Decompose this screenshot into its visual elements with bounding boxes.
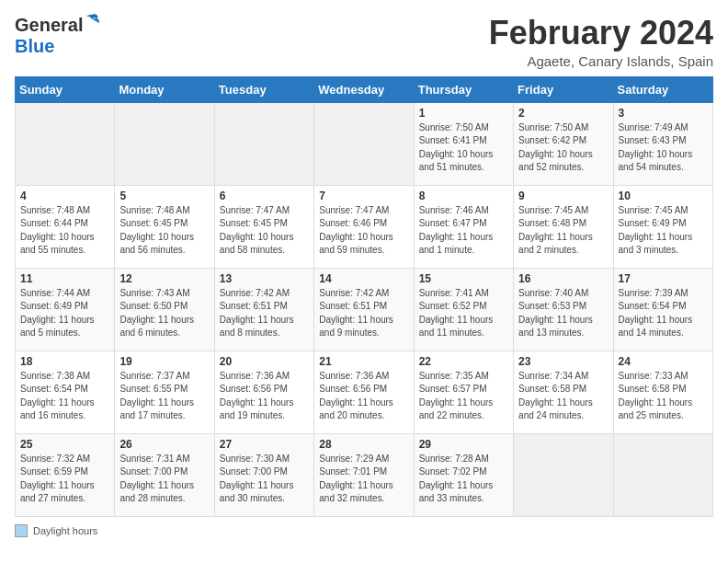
day-number: 18 [20, 355, 109, 368]
day-number: 25 [20, 438, 109, 451]
calendar-cell: 14Sunrise: 7:42 AMSunset: 6:51 PMDayligh… [314, 268, 414, 350]
daylight-label: Daylight hours [33, 525, 97, 536]
calendar-cell: 15Sunrise: 7:41 AMSunset: 6:52 PMDayligh… [414, 268, 513, 350]
calendar-table: SundayMondayTuesdayWednesdayThursdayFrid… [15, 76, 713, 517]
day-info: Sunrise: 7:32 AMSunset: 6:59 PMDaylight:… [20, 453, 109, 506]
day-number: 27 [220, 438, 309, 451]
daylight-swatch [15, 524, 28, 537]
day-number: 20 [220, 355, 309, 368]
day-info: Sunrise: 7:44 AMSunset: 6:49 PMDaylight:… [20, 287, 109, 340]
day-number: 4 [20, 190, 109, 202]
day-info: Sunrise: 7:31 AMSunset: 7:00 PMDaylight:… [119, 453, 209, 506]
calendar-cell: 26Sunrise: 7:31 AMSunset: 7:00 PMDayligh… [115, 433, 214, 516]
day-number: 29 [419, 438, 508, 451]
calendar-cell: 16Sunrise: 7:40 AMSunset: 6:53 PMDayligh… [514, 268, 613, 350]
day-info: Sunrise: 7:36 AMSunset: 6:56 PMDaylight:… [220, 370, 309, 423]
title-area: February 2024 Agaete, Canary Islands, Sp… [489, 15, 713, 69]
day-header-wednesday: Wednesday [314, 76, 414, 102]
day-info: Sunrise: 7:50 AMSunset: 6:41 PMDaylight:… [419, 121, 508, 175]
day-number: 16 [518, 272, 608, 285]
calendar-header-row: SundayMondayTuesdayWednesdayThursdayFrid… [16, 76, 713, 102]
calendar-cell: 13Sunrise: 7:42 AMSunset: 6:51 PMDayligh… [214, 268, 313, 350]
day-number: 13 [220, 272, 309, 285]
calendar-cell [115, 102, 214, 185]
day-number: 12 [119, 272, 209, 285]
day-info: Sunrise: 7:47 AMSunset: 6:45 PMDaylight:… [220, 204, 309, 258]
day-header-friday: Friday [514, 76, 613, 102]
day-number: 28 [319, 438, 408, 451]
logo-bird-icon [83, 13, 101, 31]
calendar-week-row: 18Sunrise: 7:38 AMSunset: 6:54 PMDayligh… [16, 350, 713, 433]
calendar-cell: 29Sunrise: 7:28 AMSunset: 7:02 PMDayligh… [414, 433, 513, 516]
logo: General Blue [15, 15, 101, 57]
day-header-tuesday: Tuesday [214, 76, 313, 102]
calendar-cell: 12Sunrise: 7:43 AMSunset: 6:50 PMDayligh… [115, 268, 214, 350]
day-number: 23 [518, 355, 608, 368]
day-number: 6 [220, 190, 309, 202]
calendar-cell: 24Sunrise: 7:33 AMSunset: 6:58 PMDayligh… [613, 350, 712, 433]
day-info: Sunrise: 7:45 AMSunset: 6:49 PMDaylight:… [619, 204, 708, 258]
month-title: February 2024 [489, 15, 713, 52]
calendar-cell: 6Sunrise: 7:47 AMSunset: 6:45 PMDaylight… [214, 185, 313, 268]
day-number: 11 [20, 272, 109, 285]
page-header: General Blue February 2024 Agaete, Canar… [15, 15, 713, 69]
day-number: 21 [319, 355, 408, 368]
day-number: 7 [319, 190, 408, 202]
day-info: Sunrise: 7:38 AMSunset: 6:54 PMDaylight:… [20, 370, 109, 423]
calendar-cell: 22Sunrise: 7:35 AMSunset: 6:57 PMDayligh… [414, 350, 513, 433]
day-info: Sunrise: 7:43 AMSunset: 6:50 PMDaylight:… [119, 287, 209, 340]
calendar-cell: 18Sunrise: 7:38 AMSunset: 6:54 PMDayligh… [16, 350, 115, 433]
calendar-cell: 1Sunrise: 7:50 AMSunset: 6:41 PMDaylight… [414, 102, 513, 185]
day-number: 8 [419, 190, 508, 202]
day-info: Sunrise: 7:48 AMSunset: 6:44 PMDaylight:… [20, 204, 109, 258]
day-header-sunday: Sunday [16, 76, 115, 102]
calendar-cell: 17Sunrise: 7:39 AMSunset: 6:54 PMDayligh… [613, 268, 712, 350]
calendar-cell: 25Sunrise: 7:32 AMSunset: 6:59 PMDayligh… [16, 433, 115, 516]
day-info: Sunrise: 7:28 AMSunset: 7:02 PMDaylight:… [419, 453, 508, 506]
calendar-cell: 9Sunrise: 7:45 AMSunset: 6:48 PMDaylight… [514, 185, 613, 268]
day-info: Sunrise: 7:39 AMSunset: 6:54 PMDaylight:… [619, 287, 708, 340]
day-info: Sunrise: 7:40 AMSunset: 6:53 PMDaylight:… [518, 287, 608, 340]
day-info: Sunrise: 7:30 AMSunset: 7:00 PMDaylight:… [220, 453, 309, 506]
calendar-cell [314, 102, 414, 185]
calendar-cell [514, 433, 613, 516]
calendar-cell: 20Sunrise: 7:36 AMSunset: 6:56 PMDayligh… [214, 350, 313, 433]
calendar-cell: 3Sunrise: 7:49 AMSunset: 6:43 PMDaylight… [613, 102, 712, 185]
day-number: 26 [119, 438, 209, 451]
day-info: Sunrise: 7:34 AMSunset: 6:58 PMDaylight:… [518, 370, 608, 423]
day-info: Sunrise: 7:37 AMSunset: 6:55 PMDaylight:… [119, 370, 209, 423]
calendar-week-row: 25Sunrise: 7:32 AMSunset: 6:59 PMDayligh… [16, 433, 713, 516]
calendar-week-row: 1Sunrise: 7:50 AMSunset: 6:41 PMDaylight… [16, 102, 713, 185]
day-number: 14 [319, 272, 408, 285]
calendar-cell [16, 102, 115, 185]
day-info: Sunrise: 7:29 AMSunset: 7:01 PMDaylight:… [319, 453, 408, 506]
calendar-cell: 23Sunrise: 7:34 AMSunset: 6:58 PMDayligh… [514, 350, 613, 433]
day-info: Sunrise: 7:45 AMSunset: 6:48 PMDaylight:… [518, 204, 608, 258]
day-info: Sunrise: 7:42 AMSunset: 6:51 PMDaylight:… [319, 287, 408, 340]
calendar-cell: 2Sunrise: 7:50 AMSunset: 6:42 PMDaylight… [514, 102, 613, 185]
calendar-cell: 21Sunrise: 7:36 AMSunset: 6:56 PMDayligh… [314, 350, 414, 433]
location: Agaete, Canary Islands, Spain [489, 53, 713, 69]
day-info: Sunrise: 7:50 AMSunset: 6:42 PMDaylight:… [518, 121, 608, 175]
calendar-week-row: 11Sunrise: 7:44 AMSunset: 6:49 PMDayligh… [16, 268, 713, 350]
calendar-cell: 8Sunrise: 7:46 AMSunset: 6:47 PMDaylight… [414, 185, 513, 268]
day-number: 24 [619, 355, 708, 368]
day-info: Sunrise: 7:33 AMSunset: 6:58 PMDaylight:… [619, 370, 708, 423]
day-number: 15 [419, 272, 508, 285]
calendar-cell [613, 433, 712, 516]
day-number: 5 [119, 190, 209, 202]
logo-blue: Blue [15, 36, 54, 57]
day-info: Sunrise: 7:42 AMSunset: 6:51 PMDaylight:… [220, 287, 309, 340]
day-info: Sunrise: 7:36 AMSunset: 6:56 PMDaylight:… [319, 370, 408, 423]
day-info: Sunrise: 7:47 AMSunset: 6:46 PMDaylight:… [319, 204, 408, 258]
calendar-cell: 19Sunrise: 7:37 AMSunset: 6:55 PMDayligh… [115, 350, 214, 433]
calendar-week-row: 4Sunrise: 7:48 AMSunset: 6:44 PMDaylight… [16, 185, 713, 268]
calendar-cell [214, 102, 313, 185]
day-number: 3 [619, 107, 708, 120]
logo-general: General [15, 15, 83, 36]
day-info: Sunrise: 7:48 AMSunset: 6:45 PMDaylight:… [119, 204, 209, 258]
footer: Daylight hours [15, 524, 713, 537]
day-info: Sunrise: 7:35 AMSunset: 6:57 PMDaylight:… [419, 370, 508, 423]
day-number: 2 [518, 107, 608, 120]
day-number: 17 [619, 272, 708, 285]
